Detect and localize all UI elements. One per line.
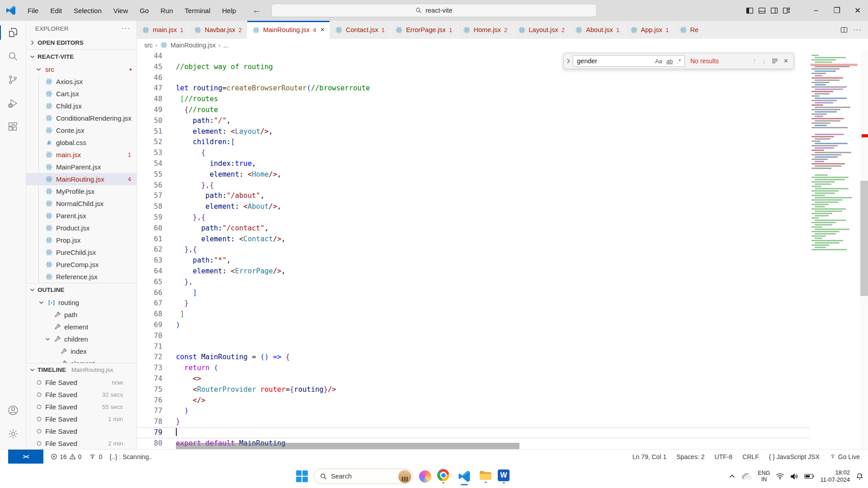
- search-highlight-image[interactable]: [398, 470, 411, 483]
- command-center-search[interactable]: react-vite: [271, 4, 597, 17]
- file-row-Conte.jsx[interactable]: Conte.jsx: [26, 124, 137, 136]
- code-line-78[interactable]: 78}: [137, 417, 810, 427]
- timeline-item[interactable]: File Savednow: [26, 376, 137, 389]
- code-line-67[interactable]: 67 }: [137, 298, 810, 309]
- back-button[interactable]: ←: [252, 5, 261, 15]
- code-line-71[interactable]: 71: [137, 342, 810, 352]
- customize-layout-icon[interactable]: [783, 7, 790, 14]
- activity-account[interactable]: [0, 399, 26, 422]
- code-line-70[interactable]: 70: [137, 331, 810, 342]
- tray-chevron-icon[interactable]: [729, 474, 735, 478]
- timeline-header[interactable]: TIMELINE MainRouting.jsx: [26, 363, 137, 376]
- breadcrumb-item[interactable]: ...: [223, 42, 229, 49]
- volume-icon[interactable]: [790, 473, 798, 480]
- code-line-62[interactable]: 62 },{: [137, 244, 810, 255]
- code-line-63[interactable]: 63 path:"*",: [137, 255, 810, 266]
- timeline-item[interactable]: File Saved55 secs: [26, 401, 137, 413]
- outline-item-element[interactable]: element: [26, 357, 137, 363]
- battery-icon[interactable]: [804, 474, 814, 479]
- explorer-actions-icon[interactable]: ···: [122, 24, 130, 33]
- menu-item-run[interactable]: Run: [156, 5, 177, 16]
- menu-item-terminal[interactable]: Terminal: [181, 5, 215, 16]
- breadcrumb[interactable]: src›MainRouting.jsx›...: [137, 39, 868, 51]
- activity-search[interactable]: [0, 44, 26, 68]
- find-in-selection-icon[interactable]: [772, 58, 778, 64]
- code-line-79[interactable]: 79: [137, 427, 810, 438]
- chrome-app[interactable]: [437, 469, 449, 483]
- code-line-61[interactable]: 61 element: <Contact/>,: [137, 234, 810, 245]
- find-next-icon[interactable]: ↓: [762, 57, 766, 65]
- code-line-56[interactable]: 56 },{: [137, 180, 810, 191]
- close-tab-icon[interactable]: ×: [321, 26, 325, 34]
- more-actions-icon[interactable]: ···: [853, 26, 862, 34]
- folder-row-src[interactable]: src •: [26, 63, 137, 75]
- scanning-status[interactable]: {..} : Scanning..: [109, 453, 152, 460]
- open-editors-header[interactable]: OPEN EDITORS: [26, 36, 137, 50]
- file-row-Child.jsx[interactable]: Child.jsx: [26, 100, 137, 112]
- code-line-66[interactable]: 66 ]: [137, 288, 810, 299]
- file-row-MyProfile.jsx[interactable]: MyProfile.jsx: [26, 185, 137, 197]
- activity-settings[interactable]: [0, 422, 26, 446]
- activity-extensions[interactable]: [0, 115, 26, 138]
- wifi-icon[interactable]: [776, 473, 784, 480]
- code-line-51[interactable]: 51 element: <Layout/>,: [137, 127, 810, 137]
- activity-explorer[interactable]: [0, 21, 26, 44]
- code-line-58[interactable]: 58 element: <About/>,: [137, 202, 810, 212]
- code-line-49[interactable]: 49 {//route: [137, 105, 810, 116]
- menu-item-selection[interactable]: Selection: [70, 5, 106, 16]
- tab-Home.jsx[interactable]: Home.jsx2: [458, 21, 513, 39]
- minimap[interactable]: [810, 51, 860, 449]
- file-row-global.css[interactable]: #global.css: [26, 136, 137, 149]
- vscode-app[interactable]: [455, 467, 473, 485]
- menu-item-go[interactable]: Go: [136, 5, 153, 16]
- file-row-PureChild.jsx[interactable]: PureChild.jsx: [26, 246, 137, 258]
- file-row-main.jsx[interactable]: main.jsx1: [26, 149, 137, 161]
- editor-scrollbar[interactable]: [860, 51, 868, 449]
- breadcrumb-item[interactable]: MainRouting.jsx: [170, 42, 216, 49]
- horizontal-scrollbar[interactable]: [176, 443, 519, 449]
- file-row-Cart.jsx[interactable]: Cart.jsx: [26, 88, 137, 100]
- copilot-app[interactable]: [419, 470, 431, 483]
- file-row-Prop.jsx[interactable]: Prop.jsx: [26, 234, 137, 246]
- ports-status[interactable]: 0: [89, 453, 102, 460]
- notification-bell-icon[interactable]: z: [856, 473, 863, 480]
- timeline-item[interactable]: File Saved1 min: [26, 413, 137, 425]
- code-line-59[interactable]: 59 },{: [137, 212, 810, 223]
- status--javascript-jsx[interactable]: { } JavaScript JSX: [769, 453, 820, 460]
- find-previous-icon[interactable]: ↑: [753, 57, 756, 65]
- close-button[interactable]: ✕: [847, 0, 868, 21]
- minimize-button[interactable]: –: [806, 0, 826, 21]
- outline-item-children[interactable]: children: [26, 333, 137, 345]
- start-button[interactable]: [296, 470, 308, 482]
- file-row-PureComp.jsx[interactable]: PureComp.jsx: [26, 258, 137, 271]
- breadcrumb-item[interactable]: src: [144, 42, 153, 49]
- code-line-69[interactable]: 69): [137, 320, 810, 331]
- file-row-MainRouting.jsx[interactable]: MainRouting.jsx4: [26, 173, 137, 185]
- toggle-sidebar-icon[interactable]: [746, 7, 754, 14]
- timeline-item[interactable]: File Saved2 min: [26, 437, 137, 449]
- code-line-53[interactable]: 53 {: [137, 148, 810, 159]
- menu-item-file[interactable]: File: [24, 5, 42, 16]
- workspace-header[interactable]: REACT-VITE: [26, 50, 137, 63]
- status-ln-79-col-1[interactable]: Ln 79, Col 1: [632, 453, 667, 460]
- tab-App.jsx[interactable]: App.jsx1: [625, 21, 675, 39]
- code-line-52[interactable]: 52 children:[: [137, 137, 810, 148]
- code-line-50[interactable]: 50 path:"/",: [137, 116, 810, 127]
- activity-run-debug[interactable]: [0, 91, 26, 115]
- code-line-77[interactable]: 77 ): [137, 406, 810, 417]
- status-crlf[interactable]: CRLF: [742, 453, 759, 460]
- tab-Layout.jsx[interactable]: Layout.jsx2: [513, 21, 571, 39]
- file-row-Axios.jsx[interactable]: Axios.jsx: [26, 75, 137, 88]
- code-line-48[interactable]: 48 [//routes: [137, 94, 810, 105]
- scrollbar-thumb[interactable]: [860, 181, 868, 296]
- language-indicator[interactable]: ENGIN: [758, 470, 770, 483]
- tab-main.jsx[interactable]: main.jsx1: [137, 21, 189, 39]
- find-input[interactable]: [577, 57, 640, 65]
- whole-word-icon[interactable]: ab: [666, 58, 673, 65]
- file-row-NormalChild.jsx[interactable]: NormalChild.jsx: [26, 197, 137, 210]
- problems-status[interactable]: 16 0: [51, 453, 81, 460]
- match-case-icon[interactable]: Aa: [655, 58, 662, 65]
- code-line-75[interactable]: 75 <RouterProvider router={routing}/>: [137, 385, 810, 395]
- file-row-ConditionalRendering.jsx[interactable]: ConditionalRendering.jsx: [26, 112, 137, 124]
- taskbar-search[interactable]: Search: [314, 469, 413, 484]
